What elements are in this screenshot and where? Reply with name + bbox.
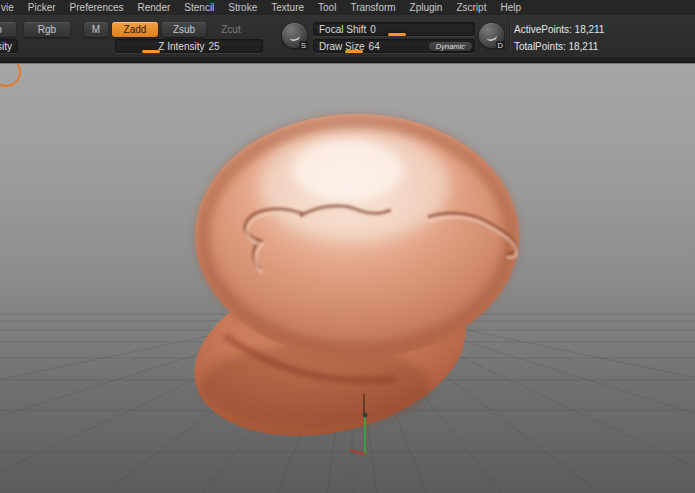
focal-shift-handle[interactable] — [388, 33, 406, 36]
draw-size-handle[interactable] — [345, 50, 363, 53]
stroke-type-icon[interactable]: S — [282, 23, 307, 48]
z-intensity-handle[interactable] — [142, 50, 160, 53]
shelf-divider-line — [509, 20, 510, 52]
total-points-readout: TotalPoints: 18,211 — [514, 41, 598, 52]
rgb-intensity-slider-partial[interactable]: sity — [0, 39, 18, 53]
menu-item-movie-partial[interactable]: vie — [0, 2, 21, 13]
focal-shift-value: 0 — [370, 24, 376, 35]
z-intensity-slider[interactable]: Z Intensity 25 — [115, 39, 263, 53]
depth-mode-icon[interactable]: D — [479, 23, 504, 48]
draw-size-slider[interactable]: Draw Size 64 Dynamic — [313, 39, 475, 53]
z-intensity-value: 25 — [209, 41, 220, 52]
m-button[interactable]: M — [84, 22, 108, 37]
sculpted-head-model — [178, 114, 519, 461]
top-shelf: b Rgb M Zadd Zsub Zcut S Focal Shift 0 s… — [0, 15, 695, 57]
menu-item-zscript[interactable]: Zscript — [449, 2, 493, 13]
rgb-intensity-label-partial: sity — [0, 41, 12, 52]
menu-item-stroke[interactable]: Stroke — [221, 2, 264, 13]
sculpt-canvas[interactable] — [0, 63, 695, 493]
dynamic-button[interactable]: Dynamic — [429, 42, 472, 51]
menu-item-tool[interactable]: Tool — [311, 2, 343, 13]
menu-bar: vie Picker Preferences Render Stencil St… — [0, 0, 695, 15]
menu-item-picker[interactable]: Picker — [21, 2, 63, 13]
zsub-button[interactable]: Zsub — [162, 22, 206, 37]
menu-item-preferences[interactable]: Preferences — [63, 2, 131, 13]
draw-size-value: 64 — [369, 41, 380, 52]
depth-icon-label: D — [496, 41, 505, 50]
menu-item-texture[interactable]: Texture — [264, 2, 311, 13]
z-intensity-label: Z Intensity — [158, 41, 204, 52]
focal-shift-label: Focal Shift — [319, 24, 366, 35]
mrgb-button[interactable]: b — [0, 22, 16, 37]
zadd-button[interactable]: Zadd — [112, 22, 158, 37]
viewport-render — [0, 64, 695, 493]
menu-item-zplugin[interactable]: Zplugin — [403, 2, 450, 13]
zcut-button[interactable]: Zcut — [210, 22, 252, 37]
menu-item-stencil[interactable]: Stencil — [177, 2, 221, 13]
menu-item-transform[interactable]: Transform — [343, 2, 402, 13]
stroke-icon-label: S — [299, 41, 308, 50]
menu-item-render[interactable]: Render — [131, 2, 178, 13]
focal-shift-slider[interactable]: Focal Shift 0 — [313, 22, 475, 36]
active-points-readout: ActivePoints: 18,211 — [514, 24, 604, 35]
zbrush-window: vie Picker Preferences Render Stencil St… — [0, 0, 695, 493]
menu-item-help[interactable]: Help — [493, 2, 528, 13]
rgb-button[interactable]: Rgb — [24, 22, 70, 37]
